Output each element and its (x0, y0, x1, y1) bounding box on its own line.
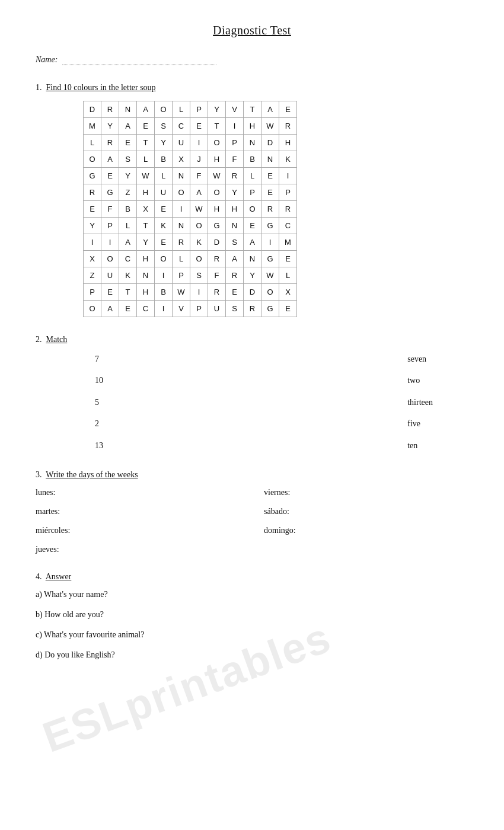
wordsearch-cell: H (137, 284, 155, 301)
wordsearch-cell: G (261, 218, 279, 234)
wordsearch-cell: E (226, 284, 244, 301)
wordsearch-cell: H (208, 151, 226, 168)
wordsearch-cell: E (101, 168, 119, 184)
wordsearch-cell: D (244, 284, 261, 301)
wordsearch-cell: L (173, 251, 190, 267)
wordsearch-cell: C (137, 301, 155, 317)
wordsearch-cell: A (101, 151, 119, 168)
wordsearch-cell: P (279, 184, 297, 201)
wordsearch-cell: I (226, 118, 244, 135)
wordsearch-cell: Y (119, 168, 137, 184)
wordsearch-cell: F (208, 267, 226, 284)
answer-question: c) What's your favourite animal? (36, 630, 468, 640)
wordsearch-cell: G (208, 218, 226, 234)
wordsearch-cell: B (119, 201, 137, 218)
wordsearch-cell: D (208, 234, 226, 251)
wordsearch-cell: E (84, 201, 101, 218)
wordsearch-cell: N (119, 101, 137, 118)
wordsearch-cell: E (137, 118, 155, 135)
match-word: ten (407, 439, 433, 452)
section-2-instruction: Match (46, 335, 68, 344)
match-left: 7105213 (95, 353, 103, 452)
wordsearch-cell: Y (137, 234, 155, 251)
wordsearch-cell: O (155, 251, 173, 267)
section-2: 2. Match 7105213 seventwothirteenfiveten (36, 335, 468, 452)
wordsearch-cell: S (226, 301, 244, 317)
match-word: seven (407, 353, 433, 366)
wordsearch-cell: W (261, 118, 279, 135)
wordsearch-cell: H (226, 201, 244, 218)
wordsearch-cell: E (119, 301, 137, 317)
wordsearch-cell: E (155, 201, 173, 218)
wordsearch-cell: I (155, 267, 173, 284)
match-number: 5 (95, 396, 103, 409)
section-1-instruction: Find 10 colours in the letter soup (46, 83, 156, 92)
wordsearch-cell: D (84, 101, 101, 118)
wordsearch-cell: O (84, 151, 101, 168)
wordsearch-cell: V (226, 101, 244, 118)
wordsearch-cell: R (279, 201, 297, 218)
wordsearch-cell: U (101, 267, 119, 284)
wordsearch-cell: K (279, 151, 297, 168)
wordsearch-cell: X (279, 284, 297, 301)
wordsearch-cell: R (208, 251, 226, 267)
wordsearch-cell: L (155, 168, 173, 184)
wordsearch-cell: S (226, 234, 244, 251)
wordsearch-cell: M (279, 234, 297, 251)
wordsearch-cell: O (261, 284, 279, 301)
wordsearch-cell: Y (101, 118, 119, 135)
wordsearch-cell: B (155, 151, 173, 168)
section-3: 3. Write the days of the weeks lunes:mar… (36, 470, 468, 554)
wordsearch-cell: R (101, 135, 119, 151)
wordsearch-cell: B (155, 284, 173, 301)
wordsearch-cell: W (137, 168, 155, 184)
wordsearch-cell: W (208, 168, 226, 184)
match-word: five (407, 417, 433, 430)
wordsearch-cell: C (119, 251, 137, 267)
wordsearch-cell: I (155, 301, 173, 317)
wordsearch-cell: U (155, 184, 173, 201)
days-grid: lunes:martes:miércoles:jueves:viernes:sá… (36, 488, 468, 554)
match-number: 13 (95, 439, 103, 452)
day-left: miércoles: (36, 526, 240, 535)
wordsearch-cell: L (279, 267, 297, 284)
wordsearch-cell: R (279, 118, 297, 135)
wordsearch-cell: M (84, 118, 101, 135)
wordsearch-cell: I (190, 135, 208, 151)
wordsearch-cell: K (190, 234, 208, 251)
wordsearch-cell: O (208, 184, 226, 201)
name-dots[interactable] (62, 55, 216, 65)
wordsearch-cell: E (101, 284, 119, 301)
wordsearch-cell: U (173, 135, 190, 151)
match-word: two (407, 374, 433, 387)
wordsearch-cell: L (173, 101, 190, 118)
section-2-title: 2. Match (36, 335, 468, 344)
match-container: 7105213 seventwothirteenfiveten (36, 353, 468, 452)
wordsearch-cell: I (279, 168, 297, 184)
wordsearch-cell: N (244, 251, 261, 267)
wordsearch-cell: R (173, 234, 190, 251)
wordsearch-cell: W (173, 284, 190, 301)
section-1: 1. Find 10 colours in the letter soup DR… (36, 83, 468, 317)
wordsearch-cell: Y (155, 135, 173, 151)
wordsearch-cell: O (155, 101, 173, 118)
wordsearch-cell: O (101, 251, 119, 267)
wordsearch-cell: T (208, 118, 226, 135)
wordsearch-cell: Z (84, 267, 101, 284)
day-right: viernes: (264, 488, 468, 497)
wordsearch-cell: L (244, 168, 261, 184)
answer-question: d) Do you like English? (36, 650, 468, 660)
wordsearch-cell: A (244, 234, 261, 251)
wordsearch-cell: Z (119, 184, 137, 201)
days-right-col: viernes:sábado:domingo: (264, 488, 468, 554)
match-number: 10 (95, 374, 103, 387)
wordsearch-cell: I (261, 234, 279, 251)
day-left: jueves: (36, 545, 240, 554)
wordsearch-cell: R (101, 101, 119, 118)
wordsearch-cell: W (190, 201, 208, 218)
wordsearch-table: DRNAOLPYVTAEMYAESCETIHWRLRETYUIOPNDHOASL… (83, 101, 297, 317)
wordsearch-cell: L (84, 135, 101, 151)
wordsearch-cell: G (84, 168, 101, 184)
name-label: Name: (36, 55, 58, 64)
wordsearch-cell: H (208, 201, 226, 218)
